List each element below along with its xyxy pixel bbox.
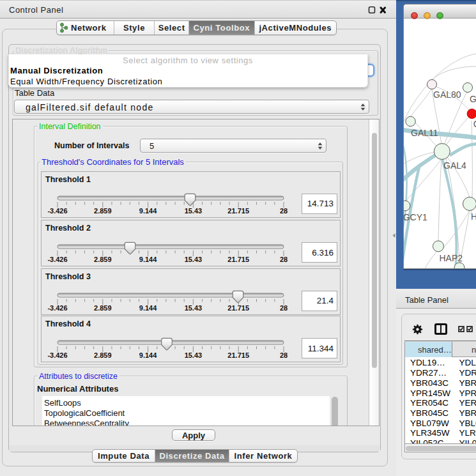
svg-text:21.715: 21.715	[227, 304, 249, 312]
svg-text:GAL11: GAL11	[411, 128, 438, 138]
svg-text:15.43: 15.43	[185, 207, 203, 215]
svg-text:28: 28	[280, 351, 288, 359]
svg-text:C: C	[473, 119, 476, 129]
svg-text:9.144: 9.144	[139, 207, 157, 215]
svg-text:GAL4: GAL4	[443, 160, 466, 171]
svg-text:GA: GA	[470, 94, 476, 104]
svg-text:9.144: 9.144	[139, 256, 157, 263]
svg-text:2.859: 2.859	[94, 351, 112, 359]
svg-text:9.144: 9.144	[139, 304, 157, 312]
svg-text:15.43: 15.43	[185, 304, 203, 312]
svg-text:-3.426: -3.426	[47, 304, 67, 312]
svg-text:28: 28	[280, 207, 288, 215]
svg-text:21.715: 21.715	[227, 351, 249, 359]
svg-text:2.859: 2.859	[94, 304, 112, 312]
svg-text:GCY1: GCY1	[404, 212, 427, 222]
svg-text:15.43: 15.43	[185, 351, 203, 359]
svg-text:HAP2: HAP2	[440, 253, 463, 263]
svg-text:-3.426: -3.426	[47, 256, 67, 263]
svg-text:28: 28	[280, 256, 288, 263]
svg-text:9.144: 9.144	[139, 351, 157, 359]
svg-text:15.43: 15.43	[185, 256, 203, 263]
svg-text:21.715: 21.715	[227, 256, 249, 263]
svg-text:28: 28	[280, 304, 288, 312]
svg-text:2.859: 2.859	[94, 256, 112, 263]
svg-text:-3.426: -3.426	[47, 207, 67, 215]
svg-text:-3.426: -3.426	[47, 351, 67, 359]
svg-text:H: H	[471, 211, 476, 222]
svg-text:GAL80: GAL80	[433, 89, 461, 100]
svg-text:2.859: 2.859	[94, 207, 112, 215]
svg-text:21.715: 21.715	[227, 207, 249, 215]
